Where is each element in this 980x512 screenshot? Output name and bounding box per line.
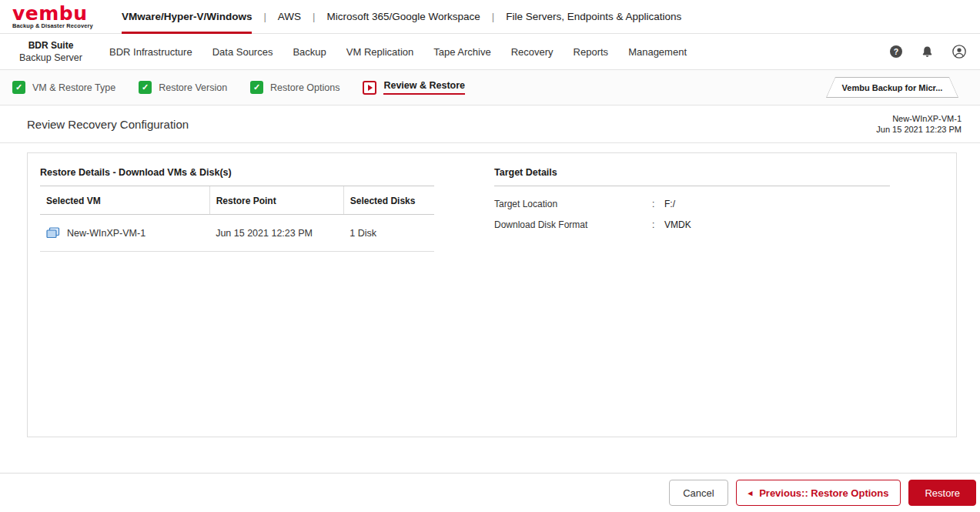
vm-icon [46, 227, 60, 239]
page-title: Review Recovery Configuration [27, 118, 189, 131]
col-selected-vm: Selected VM [40, 186, 209, 215]
check-icon: ✓ [12, 81, 25, 94]
target-details-section: Target Details Target Location : F:/ Dow… [494, 164, 890, 426]
col-restore-point: Restore Point [209, 186, 343, 215]
restore-details-title: Restore Details - Download VMs & Disk(s) [40, 164, 434, 186]
colon: : [652, 219, 664, 230]
step-label: Restore Options [270, 82, 339, 93]
download-disk-format-row: Download Disk Format : VMDK [494, 219, 890, 230]
header-actions: ? [890, 45, 966, 59]
nav-recovery[interactable]: Recovery [511, 46, 554, 58]
tab-microsoft365-google-workspace[interactable]: Microsoft 365/Google Workspace [326, 0, 480, 34]
vembu-logo[interactable]: vembu Backup & Disaster Recovery [12, 0, 102, 33]
nav-reports[interactable]: Reports [574, 46, 609, 58]
help-glyph: ? [894, 47, 898, 56]
restore-details-section: Restore Details - Download VMs & Disk(s)… [40, 164, 434, 426]
top-bar: vembu Backup & Disaster Recovery VMware/… [0, 0, 980, 34]
action-bar: Cancel ◂ Previous:: Restore Options Rest… [0, 473, 980, 512]
cancel-button[interactable]: Cancel [669, 480, 727, 506]
previous-button-label: Previous:: Restore Options [759, 487, 888, 499]
target-location-label: Target Location [494, 199, 652, 209]
step-label: Review & Restore [383, 80, 465, 95]
table-header-row: Selected VM Restore Point Selected Disks [40, 186, 434, 215]
nav-vm-replication[interactable]: VM Replication [346, 46, 413, 58]
nav-backup[interactable]: Backup [293, 46, 326, 58]
selected-disks-value: 1 Disk [343, 215, 434, 252]
server-name: Backup Server [0, 52, 102, 64]
review-panel: Restore Details - Download VMs & Disk(s)… [27, 152, 957, 437]
context-tab-label: Vembu Backup for Micr... [827, 78, 958, 97]
tab-aws[interactable]: AWS [278, 0, 301, 34]
previous-button[interactable]: ◂ Previous:: Restore Options [736, 480, 901, 506]
nav-tape-archive[interactable]: Tape Archive [433, 46, 490, 58]
step-restore-options[interactable]: ✓ Restore Options [250, 81, 339, 94]
main-content: Restore Details - Download VMs & Disk(s)… [0, 143, 980, 473]
vm-cell: New-WInXP-VM-1 [46, 227, 203, 239]
download-disk-format-label: Download Disk Format [494, 219, 652, 230]
app-window: vembu Backup & Disaster Recovery VMware/… [0, 0, 980, 512]
vm-name: New-WInXP-VM-1 [67, 228, 145, 239]
product-nav: VMware/Hyper-V/Windows | AWS | Microsoft… [122, 0, 681, 33]
table-row: New-WInXP-VM-1 Jun 15 2021 12:23 PM 1 Di… [40, 215, 434, 252]
step-restore-version[interactable]: ✓ Restore Version [139, 81, 227, 94]
notifications-bell-icon[interactable] [921, 45, 934, 59]
main-nav: BDR Infrastructure Data Sources Backup V… [109, 46, 687, 58]
target-location-value: F:/ [664, 199, 675, 209]
tab-file-servers-endpoints-applications[interactable]: File Servers, Endpoints & Applications [506, 0, 681, 34]
check-icon: ✓ [250, 81, 263, 94]
col-selected-disks: Selected Disks [343, 186, 434, 215]
main-nav-bar: BDR Suite Backup Server BDR Infrastructu… [0, 34, 980, 70]
nav-bdr-infrastructure[interactable]: BDR Infrastructure [109, 46, 192, 58]
restore-details-table: Selected VM Restore Point Selected Disks [40, 186, 434, 252]
meta-vm-name: New-WInXP-VM-1 [876, 113, 962, 124]
user-account-icon[interactable] [952, 45, 966, 59]
nav-separator: | [263, 11, 266, 22]
server-info: BDR Suite Backup Server [0, 39, 102, 64]
target-details-title: Target Details [494, 164, 890, 186]
suite-name: BDR Suite [0, 39, 102, 52]
context-tab[interactable]: Vembu Backup for Micr... [826, 77, 958, 98]
nav-separator: | [492, 11, 494, 22]
target-location-row: Target Location : F:/ [494, 199, 890, 209]
previous-arrow-icon: ◂ [748, 489, 753, 497]
restore-button[interactable]: Restore [908, 480, 976, 506]
nav-management[interactable]: Management [628, 46, 687, 58]
nav-data-sources[interactable]: Data Sources [212, 46, 273, 58]
step-review-restore[interactable]: Review & Restore [363, 80, 465, 95]
logo-wordmark: vembu [12, 5, 102, 22]
nav-separator: | [313, 11, 315, 22]
recovery-meta: New-WInXP-VM-1 Jun 15 2021 12:23 PM [876, 113, 962, 135]
meta-restore-time: Jun 15 2021 12:23 PM [876, 124, 962, 135]
step-vm-restore-type[interactable]: ✓ VM & Restore Type [12, 81, 115, 94]
help-icon[interactable]: ? [890, 45, 902, 58]
check-icon: ✓ [139, 81, 152, 94]
restore-point-value: Jun 15 2021 12:23 PM [209, 215, 343, 252]
download-disk-format-value: VMDK [664, 219, 691, 230]
step-label: Restore Version [159, 82, 227, 93]
page-header: Review Recovery Configuration New-WInXP-… [0, 105, 980, 143]
colon: : [652, 199, 664, 209]
logo-tagline: Backup & Disaster Recovery [12, 22, 102, 29]
step-label: VM & Restore Type [32, 82, 115, 93]
play-icon [363, 81, 376, 95]
tab-vmware-hyperv-windows[interactable]: VMware/Hyper-V/Windows [122, 0, 252, 34]
wizard-steps-bar: ✓ VM & Restore Type ✓ Restore Version ✓ … [0, 70, 980, 105]
